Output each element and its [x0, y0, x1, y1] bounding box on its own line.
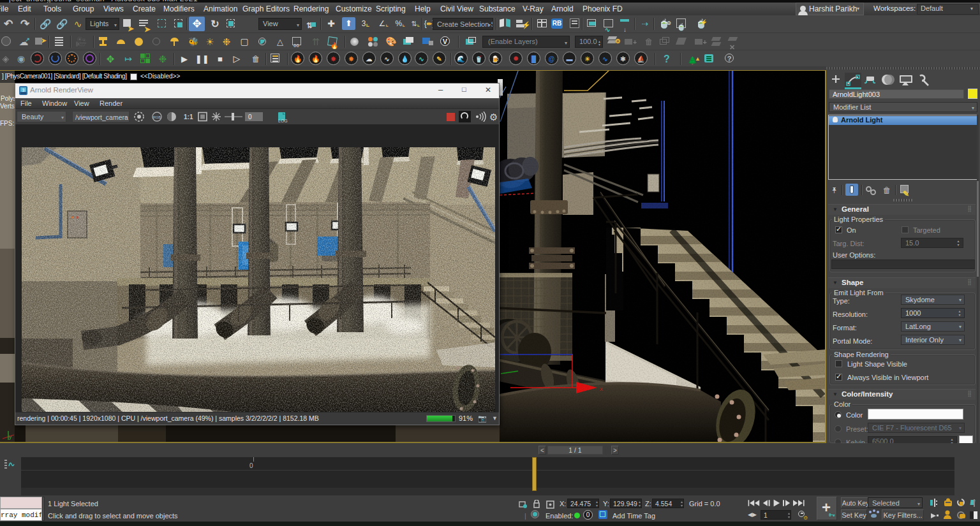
svg-text:RGB: RGB [153, 115, 161, 119]
svg-text:0: 0 [248, 113, 252, 121]
svg-text:1:1: 1:1 [184, 113, 193, 121]
svg-text:LOG: LOG [278, 119, 288, 123]
svg-text:3: 3 [22, 88, 25, 92]
